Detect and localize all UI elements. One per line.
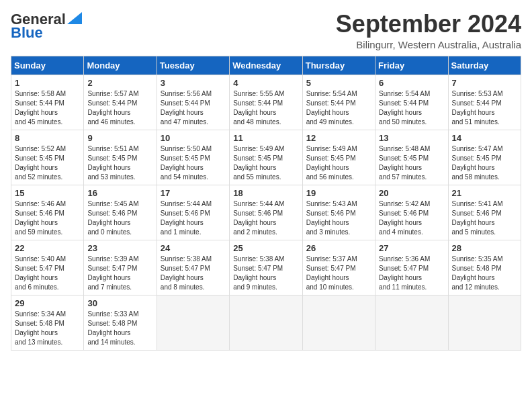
day-info: Sunrise: 5:37 AMSunset: 5:47 PMDaylight … bbox=[306, 255, 371, 292]
title-block: September 2024 Bilingurr, Western Austra… bbox=[336, 11, 521, 50]
day-info: Sunrise: 5:56 AMSunset: 5:44 PMDaylight … bbox=[161, 89, 226, 127]
day-info: Sunrise: 5:54 AMSunset: 5:44 PMDaylight … bbox=[306, 89, 371, 127]
day-info: Sunrise: 5:52 AMSunset: 5:45 PMDaylight … bbox=[15, 144, 80, 182]
day-info: Sunrise: 5:49 AMSunset: 5:45 PMDaylight … bbox=[233, 144, 298, 182]
weekday-header-tuesday: Tuesday bbox=[157, 56, 229, 75]
day-info: Sunrise: 5:50 AMSunset: 5:45 PMDaylight … bbox=[161, 144, 226, 182]
calendar-cell: 2 Sunrise: 5:57 AMSunset: 5:44 PMDayligh… bbox=[84, 75, 157, 130]
day-info: Sunrise: 5:33 AMSunset: 5:48 PMDaylight … bbox=[87, 310, 152, 347]
day-number: 20 bbox=[379, 188, 444, 198]
logo-icon bbox=[67, 12, 82, 24]
day-info: Sunrise: 5:58 AMSunset: 5:44 PMDaylight … bbox=[15, 89, 80, 127]
calendar-table: SundayMondayTuesdayWednesdayThursdayFrid… bbox=[11, 56, 521, 351]
calendar-cell: 6 Sunrise: 5:54 AMSunset: 5:44 PMDayligh… bbox=[375, 75, 448, 130]
logo-blue: Blue bbox=[11, 24, 43, 42]
calendar-cell: 4 Sunrise: 5:55 AMSunset: 5:44 PMDayligh… bbox=[230, 75, 302, 130]
calendar-cell: 7 Sunrise: 5:53 AMSunset: 5:44 PMDayligh… bbox=[448, 75, 521, 130]
weekday-header-friday: Friday bbox=[375, 56, 448, 75]
calendar-cell: 20 Sunrise: 5:42 AMSunset: 5:46 PMDaylig… bbox=[375, 185, 448, 240]
calendar-week-row: 15 Sunrise: 5:46 AMSunset: 5:46 PMDaylig… bbox=[11, 185, 521, 240]
day-number: 13 bbox=[379, 133, 444, 143]
weekday-header-row: SundayMondayTuesdayWednesdayThursdayFrid… bbox=[11, 56, 521, 75]
day-number: 27 bbox=[379, 243, 444, 253]
weekday-header-sunday: Sunday bbox=[11, 56, 84, 75]
day-info: Sunrise: 5:42 AMSunset: 5:46 PMDaylight … bbox=[379, 199, 444, 237]
calendar-cell bbox=[230, 295, 302, 350]
day-number: 3 bbox=[161, 78, 226, 88]
calendar-cell: 30 Sunrise: 5:33 AMSunset: 5:48 PMDaylig… bbox=[84, 295, 157, 350]
page-header: General Blue September 2024 Bilingurr, W… bbox=[11, 11, 521, 50]
calendar-cell: 14 Sunrise: 5:47 AMSunset: 5:45 PMDaylig… bbox=[448, 130, 521, 185]
weekday-header-saturday: Saturday bbox=[448, 56, 521, 75]
calendar-cell: 18 Sunrise: 5:44 AMSunset: 5:46 PMDaylig… bbox=[230, 185, 302, 240]
calendar-cell: 22 Sunrise: 5:40 AMSunset: 5:47 PMDaylig… bbox=[11, 240, 84, 295]
day-info: Sunrise: 5:38 AMSunset: 5:47 PMDaylight … bbox=[161, 255, 226, 292]
calendar-cell: 27 Sunrise: 5:36 AMSunset: 5:47 PMDaylig… bbox=[375, 240, 448, 295]
day-number: 30 bbox=[87, 298, 152, 308]
day-info: Sunrise: 5:38 AMSunset: 5:47 PMDaylight … bbox=[233, 255, 298, 292]
weekday-header-monday: Monday bbox=[84, 56, 157, 75]
weekday-header-wednesday: Wednesday bbox=[230, 56, 302, 75]
calendar-week-row: 8 Sunrise: 5:52 AMSunset: 5:45 PMDayligh… bbox=[11, 130, 521, 185]
day-info: Sunrise: 5:57 AMSunset: 5:44 PMDaylight … bbox=[87, 89, 152, 127]
day-number: 19 bbox=[306, 188, 371, 198]
day-number: 11 bbox=[233, 133, 298, 143]
calendar-cell: 24 Sunrise: 5:38 AMSunset: 5:47 PMDaylig… bbox=[157, 240, 229, 295]
calendar-cell: 21 Sunrise: 5:41 AMSunset: 5:46 PMDaylig… bbox=[448, 185, 521, 240]
day-info: Sunrise: 5:35 AMSunset: 5:48 PMDaylight … bbox=[452, 255, 517, 292]
calendar-cell: 5 Sunrise: 5:54 AMSunset: 5:44 PMDayligh… bbox=[302, 75, 375, 130]
day-info: Sunrise: 5:36 AMSunset: 5:47 PMDaylight … bbox=[379, 255, 444, 292]
day-info: Sunrise: 5:49 AMSunset: 5:45 PMDaylight … bbox=[306, 144, 371, 182]
day-info: Sunrise: 5:54 AMSunset: 5:44 PMDaylight … bbox=[379, 89, 444, 127]
calendar-cell bbox=[375, 295, 448, 350]
day-number: 5 bbox=[306, 78, 371, 88]
calendar-cell bbox=[302, 295, 375, 350]
day-number: 26 bbox=[306, 243, 371, 253]
svg-marker-0 bbox=[67, 12, 82, 24]
location-subtitle: Bilingurr, Western Australia, Australia bbox=[336, 39, 521, 50]
day-info: Sunrise: 5:41 AMSunset: 5:46 PMDaylight … bbox=[452, 199, 517, 237]
calendar-cell: 29 Sunrise: 5:34 AMSunset: 5:48 PMDaylig… bbox=[11, 295, 84, 350]
day-info: Sunrise: 5:53 AMSunset: 5:44 PMDaylight … bbox=[452, 89, 517, 127]
calendar-cell: 15 Sunrise: 5:46 AMSunset: 5:46 PMDaylig… bbox=[11, 185, 84, 240]
day-number: 28 bbox=[452, 243, 517, 253]
calendar-cell: 26 Sunrise: 5:37 AMSunset: 5:47 PMDaylig… bbox=[302, 240, 375, 295]
calendar-cell: 1 Sunrise: 5:58 AMSunset: 5:44 PMDayligh… bbox=[11, 75, 84, 130]
calendar-cell: 17 Sunrise: 5:44 AMSunset: 5:46 PMDaylig… bbox=[157, 185, 229, 240]
day-number: 8 bbox=[15, 133, 80, 143]
calendar-cell: 9 Sunrise: 5:51 AMSunset: 5:45 PMDayligh… bbox=[84, 130, 157, 185]
day-number: 15 bbox=[15, 188, 80, 198]
month-title: September 2024 bbox=[336, 11, 521, 38]
day-info: Sunrise: 5:40 AMSunset: 5:47 PMDaylight … bbox=[15, 255, 80, 292]
day-info: Sunrise: 5:45 AMSunset: 5:46 PMDaylight … bbox=[87, 199, 152, 237]
logo: General Blue bbox=[11, 11, 82, 42]
calendar-cell: 19 Sunrise: 5:43 AMSunset: 5:46 PMDaylig… bbox=[302, 185, 375, 240]
day-number: 1 bbox=[15, 78, 80, 88]
day-number: 22 bbox=[15, 243, 80, 253]
day-info: Sunrise: 5:43 AMSunset: 5:46 PMDaylight … bbox=[306, 199, 371, 237]
day-number: 6 bbox=[379, 78, 444, 88]
day-number: 10 bbox=[161, 133, 226, 143]
weekday-header-thursday: Thursday bbox=[302, 56, 375, 75]
calendar-cell: 25 Sunrise: 5:38 AMSunset: 5:47 PMDaylig… bbox=[230, 240, 302, 295]
day-number: 7 bbox=[452, 78, 517, 88]
calendar-cell: 16 Sunrise: 5:45 AMSunset: 5:46 PMDaylig… bbox=[84, 185, 157, 240]
calendar-cell: 8 Sunrise: 5:52 AMSunset: 5:45 PMDayligh… bbox=[11, 130, 84, 185]
calendar-cell: 13 Sunrise: 5:48 AMSunset: 5:45 PMDaylig… bbox=[375, 130, 448, 185]
day-info: Sunrise: 5:51 AMSunset: 5:45 PMDaylight … bbox=[87, 144, 152, 182]
day-info: Sunrise: 5:55 AMSunset: 5:44 PMDaylight … bbox=[233, 89, 298, 127]
day-number: 24 bbox=[161, 243, 226, 253]
calendar-cell bbox=[157, 295, 229, 350]
day-number: 12 bbox=[306, 133, 371, 143]
calendar-cell bbox=[448, 295, 521, 350]
day-number: 18 bbox=[233, 188, 298, 198]
day-info: Sunrise: 5:46 AMSunset: 5:46 PMDaylight … bbox=[15, 199, 80, 237]
calendar-cell: 28 Sunrise: 5:35 AMSunset: 5:48 PMDaylig… bbox=[448, 240, 521, 295]
day-number: 23 bbox=[87, 243, 152, 253]
day-number: 25 bbox=[233, 243, 298, 253]
calendar-cell: 11 Sunrise: 5:49 AMSunset: 5:45 PMDaylig… bbox=[230, 130, 302, 185]
calendar-cell: 3 Sunrise: 5:56 AMSunset: 5:44 PMDayligh… bbox=[157, 75, 229, 130]
day-number: 9 bbox=[87, 133, 152, 143]
day-info: Sunrise: 5:48 AMSunset: 5:45 PMDaylight … bbox=[379, 144, 444, 182]
calendar-week-row: 1 Sunrise: 5:58 AMSunset: 5:44 PMDayligh… bbox=[11, 75, 521, 130]
